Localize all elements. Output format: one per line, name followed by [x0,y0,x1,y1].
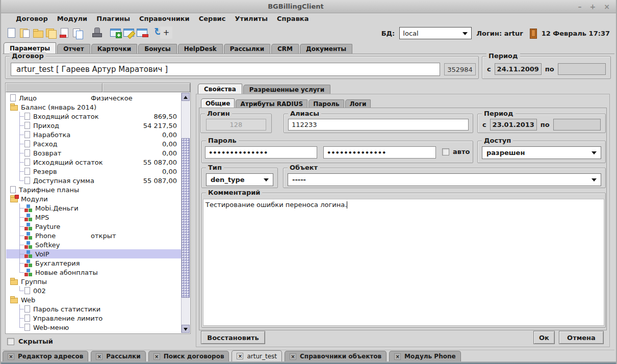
tree-item[interactable]: MPS [6,213,181,222]
stamp-icon[interactable] [90,27,102,39]
main-tab[interactable]: Карточки [91,44,138,54]
tree-item[interactable]: Резерв 0,00 [6,167,181,176]
close-tab-icon[interactable]: × [237,353,243,359]
period-to-field[interactable] [558,63,606,75]
add-tab-button[interactable]: + [160,27,172,39]
password-field-2[interactable]: •••••••••••••• [323,146,436,159]
copy-document-icon[interactable] [71,27,84,39]
close-tab-icon[interactable]: × [153,353,160,360]
tree-item[interactable]: 002 [6,286,181,295]
object-select[interactable]: ----- [288,173,601,186]
close-tab-icon[interactable]: × [290,353,296,360]
scroll-up-button[interactable] [182,93,190,101]
scrollbar-thumb[interactable] [182,138,190,298]
tree-item[interactable]: Бухгалтерия [6,258,181,268]
window-add-icon[interactable] [109,27,121,39]
comment-textarea[interactable]: Тестирование ошибки переноса логина. [203,199,604,326]
tree-item[interactable]: Тарифные планы [6,185,181,194]
window-tab[interactable]: × artur_test [232,350,282,361]
main-tab[interactable]: CRM [271,44,299,54]
tree-item-icon [24,223,32,230]
tree-item[interactable]: Mobi.Деньги [6,203,181,213]
cancel-button[interactable]: Отмена [559,331,604,344]
menu-item[interactable]: Утилиты [230,15,272,22]
menu-item[interactable]: Плагины [92,15,135,22]
minimize-button[interactable]: – [578,3,582,11]
menu-item[interactable]: Сервис [194,15,230,22]
tree-item[interactable]: Лицо Физическое [6,93,181,102]
scroll-down-button[interactable] [182,325,190,333]
close-tab-icon[interactable]: × [394,353,401,360]
window-tab[interactable]: × Поиск договоров [148,351,229,361]
login-period-from-field[interactable]: 23.01.2013 [490,119,537,131]
main-tab[interactable]: HelpDesk [178,44,223,54]
contract-groups-icon[interactable] [45,27,57,39]
window-tab[interactable]: × Рассылки [91,351,145,361]
main-tab[interactable]: Рассылки [224,44,270,54]
window-edit-icon[interactable] [122,27,135,39]
tree-item-icon [10,105,18,111]
window-remove-icon[interactable] [136,27,148,39]
window-tab[interactable]: × Редактор адресов [3,351,88,361]
tree-item[interactable]: Расход 0,00 [6,139,181,148]
close-button[interactable]: × [604,3,610,11]
hidden-checkbox-label: Скрытый [18,337,53,345]
window-tab[interactable]: × Модуль Phone [389,351,461,361]
properties-tab[interactable]: Разрешенные услуги [243,85,330,94]
tree-item[interactable]: Новые абонплаты [6,268,181,277]
tree-item[interactable]: Модули [6,194,181,203]
login-tab[interactable]: Пароль [308,99,344,108]
access-select[interactable]: разрешен [482,146,601,159]
login-period-to-field[interactable] [553,119,601,131]
period-from-field[interactable]: 24.11.2009 [495,63,542,75]
tree-item[interactable]: Входящий остаток 869,50 [6,112,181,121]
menu-item[interactable]: Справочники [135,15,194,22]
tree-scrollbar[interactable] [181,93,190,333]
close-tab-icon[interactable]: × [96,353,102,360]
delete-contract-icon[interactable] [58,27,70,39]
tree-item[interactable]: Исходящий остаток 55 087,00 [6,158,181,167]
tree-item[interactable]: Phone открыт [6,231,181,240]
tree-item[interactable]: Web-меню [6,323,181,332]
main-tab[interactable]: Отчет [57,44,90,54]
new-document-icon[interactable] [5,27,17,39]
tree-item[interactable]: Web [6,295,181,304]
menu-item[interactable]: Справка [272,15,313,22]
restore-button[interactable]: Восстановить [201,331,265,344]
main-tab[interactable]: Документы [300,44,352,54]
tree-item[interactable]: Доступная сумма 55 087,00 [6,176,181,185]
contract-field[interactable]: artur_test [ Гареев Артур Маратович ] [11,63,440,76]
open-folder-icon[interactable] [32,27,44,39]
tree-item[interactable]: Приход 54 217,50 [6,121,181,130]
tree-item[interactable]: Softkey [6,240,181,249]
tree-item[interactable]: Баланс (январь 2014) [6,102,181,112]
hidden-checkbox[interactable] [7,338,14,345]
tree-item[interactable]: Управление лимито [6,314,181,323]
tree-item-icon [24,250,32,258]
access-group: Доступ разрешен [477,141,606,163]
copy-contract-icon[interactable] [18,27,31,39]
tree-item[interactable]: Возврат 0,00 [6,148,181,158]
auto-password-checkbox[interactable] [442,148,449,155]
menu-item[interactable]: Договор [11,15,53,22]
db-select[interactable]: local [399,27,472,39]
password-field-1[interactable]: •••••••••••••• [205,146,317,159]
login-tab[interactable]: Общие [201,98,235,108]
logout-door-icon[interactable] [528,28,537,39]
maximize-button[interactable]: + [590,3,596,11]
tree-item[interactable]: VoIP [6,249,181,258]
tree-item[interactable]: Payture [6,222,181,231]
properties-tab[interactable]: Свойства [198,84,242,94]
login-tab[interactable]: Атрибуты RADIUS [236,99,307,108]
tree-item[interactable]: Пароль статистики [6,304,181,314]
tree-item[interactable]: Группы [6,277,181,286]
login-tab[interactable]: Логи [345,99,371,108]
type-select[interactable]: den_type [206,173,273,186]
window-tab[interactable]: × Справочники объектов [285,351,387,361]
close-tab-icon[interactable]: × [8,353,14,360]
menu-item[interactable]: Модули [53,15,92,22]
tree-item[interactable]: Наработка 0,00 [6,130,181,139]
aliases-field[interactable]: 112233 [288,119,469,131]
ok-button[interactable]: Ок [533,331,555,344]
main-tab[interactable]: Бонусы [138,44,176,54]
